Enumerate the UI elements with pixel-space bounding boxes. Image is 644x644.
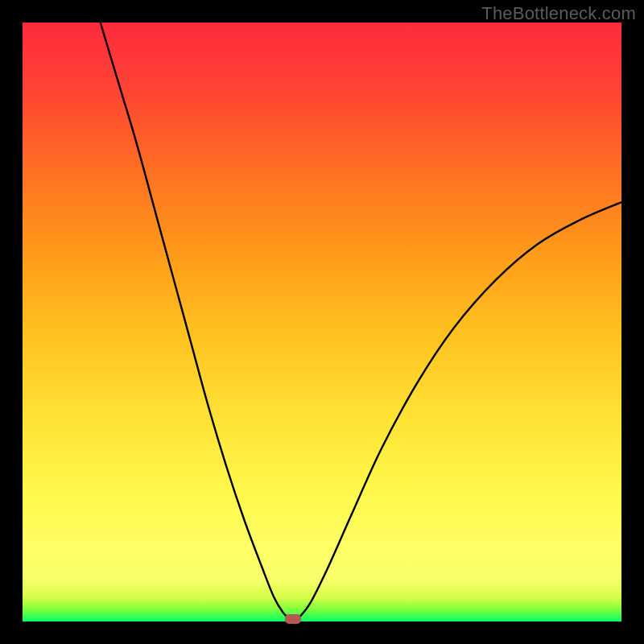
optimal-marker bbox=[285, 614, 301, 624]
bottleneck-curve bbox=[23, 23, 621, 621]
curve-left-branch bbox=[101, 23, 289, 618]
watermark-text: TheBottleneck.com bbox=[481, 3, 636, 24]
plot-area bbox=[23, 23, 621, 621]
curve-right-branch bbox=[298, 202, 621, 618]
chart-frame: TheBottleneck.com bbox=[0, 0, 644, 644]
